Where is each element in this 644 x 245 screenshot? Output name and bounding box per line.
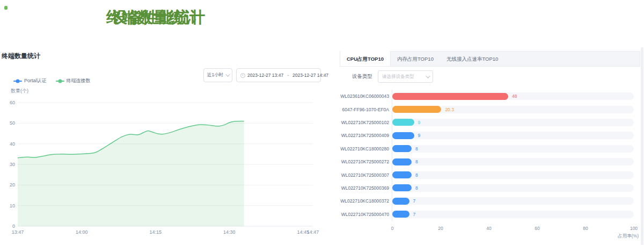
svg-text:40: 40 [10,141,15,147]
bar-zone: 7 [392,211,634,218]
svg-text:50: 50 [10,120,15,126]
tab-wireless-ap-rate-top10[interactable]: 无线接入点速率TOP10 [440,52,504,66]
performance-tabbar: CPU占用TOP10 内存占用TOP10 无线接入点速率TOP10 [340,51,640,67]
bar-row: 6047-FF96-1070-EF0A20.3 [340,103,640,116]
bar-zone: 8 [392,145,634,153]
bar-row: WL022710K7250004099 [340,129,640,142]
svg-text:10: 10 [10,203,15,208]
device-name-label: WL022710K725000470 [340,212,389,217]
bar-track [392,171,634,179]
bar-fill [392,119,414,126]
bar-fill [392,106,441,113]
date-range-end: 2023-12-27 14:47 [292,73,328,78]
vertical-scrollbar[interactable] [641,47,643,245]
bar-row: WL022710KC180002808 [340,142,640,155]
bar-track [392,119,634,126]
bar-value-label: 8 [415,146,418,152]
bar-fill [392,171,412,178]
device-name-label: WL022710KC18000372 [340,198,389,204]
bar-x-tick: 20 [438,226,443,231]
chevron-down-icon [426,74,430,78]
bar-fill [392,158,412,165]
bar-value-label: 9 [418,120,421,125]
bar-x-tick: 0 [391,226,394,231]
legend-item-terminal-connections[interactable]: 终端连接数 [56,77,91,84]
device-name-label: WL022710K725000307 [340,172,389,178]
svg-text:14:30: 14:30 [223,229,236,235]
time-range-select[interactable]: 近1小时 [203,68,232,82]
bar-track [392,197,634,205]
bar-track [392,158,634,165]
bar-value-label: 8 [415,185,418,191]
bar-value-label: 48 [512,93,517,99]
bar-value-label: 8 [415,159,418,164]
bar-track [392,145,634,153]
bar-x-tick: 40 [486,226,491,231]
bar-x-tick: 80 [583,226,588,231]
bar-value-label: 7 [413,212,416,217]
terminal-connections-legend-marker-icon [56,81,64,82]
device-type-label: 设备类型 [352,73,372,80]
bar-track [392,132,634,139]
bar-zone: 8 [392,184,634,192]
bar-row: WL022710K7250003698 [340,182,640,194]
clock-icon [240,73,245,78]
bar-zone: 9 [392,119,634,126]
bar-fill [392,93,508,100]
bar-x-tick: 100 [630,226,638,231]
svg-text:14:00: 14:00 [76,229,88,235]
bar-value-label: 9 [418,133,421,138]
tab-memory-top10[interactable]: 内存占用TOP10 [391,52,440,66]
tab-cpu-top10[interactable]: CPU占用TOP10 [340,51,391,66]
bar-zone: 48 [392,92,634,100]
bar-fill [392,132,414,139]
bar-x-tick: 60 [535,226,539,231]
bar-row: WL023610KC0600004348 [340,90,640,103]
cpu-top10-bar-chart: WL023610KC06000043486047-FF96-1070-EF0A2… [340,90,640,221]
device-type-row: 设备类型 请选择设备类型 [352,70,433,83]
chevron-down-icon [225,72,230,76]
bar-fill [392,145,412,152]
svg-text:60: 60 [10,100,15,105]
device-name-label: WL022710K725000409 [340,133,389,138]
terminal-count-panel-title: 终端数量统计 [2,52,40,61]
terminal-connections-legend-label: 终端连接数 [67,77,91,84]
bar-zone: 8 [392,171,634,179]
svg-text:14:47: 14:47 [307,229,319,235]
svg-text:20: 20 [10,182,15,188]
bar-track [392,211,634,218]
legend-item-portal-auth[interactable]: Portal认证 [13,77,47,84]
time-range-select-value: 近1小时 [207,72,223,78]
device-name-label: WL022710K725000272 [340,159,389,164]
bar-fill [392,198,409,205]
bar-fill [392,184,412,191]
bar-track [392,184,634,192]
device-name-label: 6047-FF96-1070-EF0A [340,107,389,112]
svg-text:14:15: 14:15 [149,229,162,235]
device-name-label: WL022710K725000102 [340,120,389,125]
svg-text:30: 30 [10,162,15,167]
device-name-label: WL022710KC18000280 [340,146,389,152]
chart-legend: Portal认证 终端连接数 [13,77,91,84]
date-range-separator: - [287,73,289,78]
bar-zone: 8 [392,158,634,165]
terminal-count-area-chart: 数量(个)010203040506013:4714:0014:1514:3014… [0,86,322,245]
device-name-label: WL022710K725000369 [340,185,389,191]
device-name-label: WL023610KC06000043 [340,93,389,99]
bar-chart-x-axis: 020406080100 [340,226,640,232]
date-range-start: 2023-12-27 13:47 [247,73,283,78]
portal-auth-legend-label: Portal认证 [24,77,47,84]
portal-auth-legend-marker-icon [13,81,22,82]
bar-zone: 9 [392,132,634,139]
device-type-select[interactable]: 请选择设备类型 [378,70,433,83]
bar-row: WL022710K7250002728 [340,155,640,168]
bar-value-label: 20.3 [445,107,454,112]
bar-zone: 20.3 [392,106,634,113]
bar-row: WL022710K7250001029 [340,116,640,129]
device-type-select-placeholder: 请选择设备类型 [382,74,414,80]
date-range-picker[interactable]: 2023-12-27 13:47 - 2023-12-27 14:47 [236,68,321,82]
right-section-title: 设备性能统计 [0,8,317,27]
bar-fill [392,211,409,218]
svg-text:13:47: 13:47 [12,229,24,235]
bar-chart-axis-line [392,90,392,221]
